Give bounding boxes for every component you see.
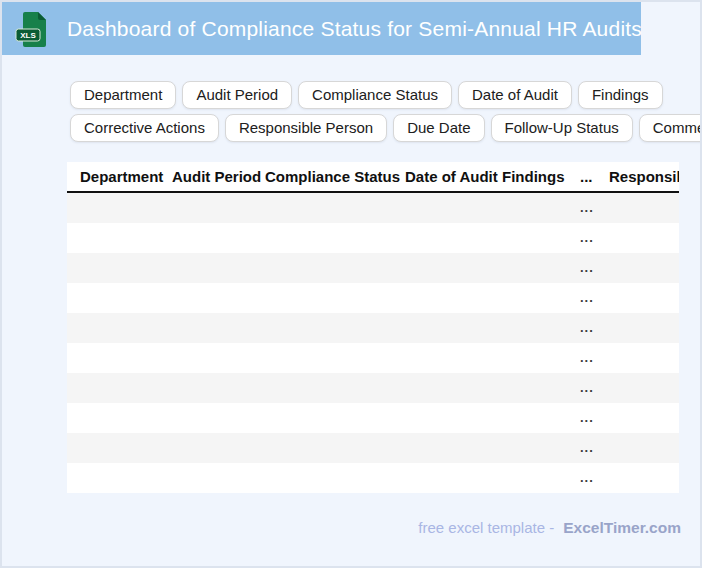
row-ellipsis: ... <box>580 313 594 343</box>
table-row: ... <box>67 373 679 403</box>
row-ellipsis: ... <box>580 223 594 253</box>
col-header-audit-period: Audit Period <box>172 168 265 185</box>
row-ellipsis: ... <box>580 343 594 373</box>
table-row: ... <box>67 463 679 493</box>
col-header-compliance-status: Compliance Status <box>265 168 405 185</box>
col-header-department: Department <box>67 168 172 185</box>
chip-compliance-status[interactable]: Compliance Status <box>298 81 452 109</box>
table-row: ... <box>67 223 679 253</box>
footer-caption: free excel template - <box>418 519 554 536</box>
footer-brand-link[interactable]: ExcelTimer.com <box>563 519 681 537</box>
dashboard-page: XLS Dashboard of Compliance Status for S… <box>0 0 702 568</box>
chip-corrective-actions[interactable]: Corrective Actions <box>70 114 219 142</box>
table-row: ... <box>67 283 679 313</box>
chip-row-2: Corrective Actions Responsible Person Du… <box>70 114 700 142</box>
chip-comments[interactable]: Comments <box>639 114 702 142</box>
column-chip-list: Department Audit Period Compliance Statu… <box>70 81 700 147</box>
xls-badge-text: XLS <box>20 31 36 40</box>
row-ellipsis: ... <box>580 283 594 313</box>
table-row: ... <box>67 343 679 373</box>
title-banner: XLS Dashboard of Compliance Status for S… <box>2 2 641 55</box>
footer: free excel template - ExcelTimer.com <box>418 519 681 537</box>
page-title: Dashboard of Compliance Status for Semi-… <box>67 17 642 41</box>
audit-table: Department Audit Period Compliance Statu… <box>67 162 679 493</box>
chip-department[interactable]: Department <box>70 81 176 109</box>
table-row: ... <box>67 403 679 433</box>
col-header-date-of-audit: Date of Audit <box>405 168 502 185</box>
table-row: ... <box>67 253 679 283</box>
col-header-ellipsis: ... <box>580 168 609 185</box>
chip-row-1: Department Audit Period Compliance Statu… <box>70 81 700 109</box>
row-ellipsis: ... <box>580 403 594 433</box>
chip-date-of-audit[interactable]: Date of Audit <box>458 81 572 109</box>
table-row: ... <box>67 433 679 463</box>
excel-file-icon: XLS <box>20 11 47 47</box>
chip-due-date[interactable]: Due Date <box>393 114 484 142</box>
table-row: ... <box>67 313 679 343</box>
row-ellipsis: ... <box>580 463 594 493</box>
chip-responsible-person[interactable]: Responsible Person <box>225 114 387 142</box>
row-ellipsis: ... <box>580 373 594 403</box>
col-header-responsible-person: Responsible Person <box>609 168 679 185</box>
row-ellipsis: ... <box>580 433 594 463</box>
col-header-findings: Findings <box>502 168 580 185</box>
row-ellipsis: ... <box>580 253 594 283</box>
row-ellipsis: ... <box>580 193 594 223</box>
chip-findings[interactable]: Findings <box>578 81 663 109</box>
chip-follow-up-status[interactable]: Follow-Up Status <box>491 114 633 142</box>
table-body: ... ... ... ... ... ... ... ... ... ... <box>67 193 679 493</box>
table-row: ... <box>67 193 679 223</box>
table-header-row: Department Audit Period Compliance Statu… <box>67 162 679 193</box>
chip-audit-period[interactable]: Audit Period <box>182 81 292 109</box>
